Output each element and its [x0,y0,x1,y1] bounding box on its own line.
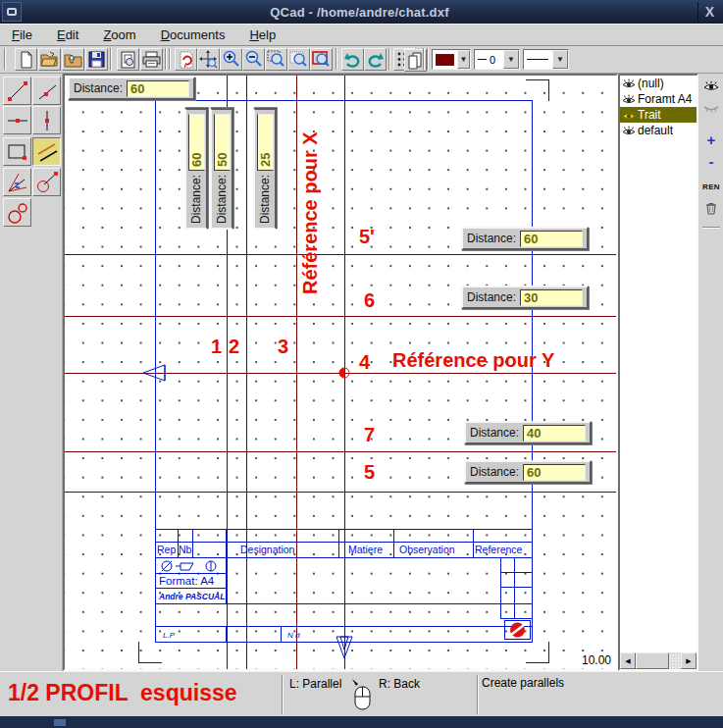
distance-input[interactable]: 60 [523,464,586,481]
tb-footer-mid: N d [287,631,300,640]
format-corner-mark-bl [138,642,162,663]
label-2: 2 [229,335,239,358]
scrollbar-thumb[interactable] [636,652,669,669]
redraw-button[interactable] [175,48,197,71]
distance-input[interactable]: 60 [127,80,189,97]
show-layer-button[interactable] [701,78,721,95]
tool-angle-bisector[interactable] [3,168,31,196]
label-5: 5 [364,460,375,484]
divider [702,227,720,229]
distance-input[interactable]: 40 [523,425,586,442]
drawing-canvas[interactable]: 1 2 3 4 5' 6 7 5 Référence pour Y Référe… [63,74,618,671]
eye-icon[interactable] [622,94,636,105]
draft-pages-icon [407,52,424,70]
resize-handle[interactable] [54,719,66,726]
distance-input[interactable]: 60 [188,114,205,171]
rectangle-icon [6,140,29,164]
distance-input[interactable]: 30 [520,289,583,306]
open-drawing-button[interactable] [62,48,84,71]
save-button[interactable] [85,48,108,71]
pen-width-combo[interactable]: 0 ▼ [474,49,520,70]
format-corner-mark-br [526,642,549,663]
menu-help[interactable]: Help [241,26,284,44]
pan-zoom-button[interactable] [197,48,220,71]
label-1: 1 [211,335,222,358]
layer-list-hscrollbar[interactable]: ◀ ▶ [620,652,697,669]
eye-closed-icon [703,102,719,114]
menu-documents[interactable]: Documents [153,26,233,44]
remove-layer-button[interactable]: - [701,152,721,170]
eye-icon[interactable] [622,78,636,89]
print-preview-button[interactable] [117,48,139,71]
tool-parallel[interactable] [32,137,61,166]
zoom-in-button[interactable] [220,48,242,71]
pen-color-combo[interactable]: ▼ [432,49,471,70]
zoom-auto-button[interactable] [287,48,310,71]
toolbar-separator [110,48,112,70]
zoom-out-button[interactable] [242,48,265,71]
tool-rectangle[interactable] [3,137,31,166]
layer-row-default[interactable]: default [620,123,697,138]
layer-row-trait-selected[interactable]: Trait [620,107,697,123]
chevron-down-icon[interactable]: ▼ [503,50,519,69]
scroll-right-button[interactable]: ▶ [681,652,697,669]
menu-edit[interactable]: Edit [49,26,86,44]
toolbar-separator [427,48,429,70]
distance-input[interactable]: 25 [257,114,274,171]
zoom-window-button[interactable] [265,48,287,71]
annotation-text: 1/2 PROFIL esquisse [8,680,237,706]
open-file-button[interactable] [38,48,61,71]
redo-icon [366,51,385,68]
system-menu-button[interactable] [2,2,22,22]
tb-header-reference: Reference [475,544,523,555]
layer-row-null[interactable]: (null) [620,76,697,91]
distance-widget-5prime: Distance: 60 [461,227,589,250]
print-button[interactable] [140,48,163,71]
tool-tangent[interactable] [32,168,61,196]
line-style-combo[interactable]: ▼ [523,49,569,70]
folder-up-icon [64,51,82,68]
menu-file[interactable]: File [4,26,40,44]
menu-bar: File Edit Zoom Documents Help [0,24,723,46]
tool-tangent-circles[interactable] [3,198,31,227]
add-layer-button[interactable]: + [701,130,721,148]
eye-icon[interactable] [622,110,636,121]
pan-arrows-icon [199,50,218,69]
distance-label: Distance: [470,426,519,440]
tb-footer-left: L.P [163,631,176,640]
distance-label: Distance: [470,465,519,479]
scrollbar-track[interactable] [669,652,681,669]
title-block: Rep Nb Designation Matiere Observation R… [155,529,533,643]
tool-line-vertical[interactable] [32,106,61,134]
distance-label: Distance: [467,290,516,304]
zoom-previous-button[interactable] [310,48,333,71]
rename-layer-button[interactable]: REN [701,178,721,195]
eye-icon[interactable] [622,126,636,136]
tool-line-horizontal[interactable] [3,106,31,134]
chevron-down-icon[interactable]: ▼ [457,50,470,69]
distance-widget-7: Distance: 40 [464,421,592,444]
hide-layer-button[interactable] [701,99,721,117]
printer-icon [142,51,161,68]
close-button[interactable]: X [697,2,721,22]
title-bar[interactable]: QCad - /home/andre/chat.dxf X [0,0,723,24]
distance-input[interactable]: 50 [214,114,231,171]
reference-y-label: Référence pour Y [392,348,554,372]
scroll-left-button[interactable]: ◀ [620,652,636,669]
label-5-prime: 5' [359,225,375,248]
delete-layer-button[interactable] [701,199,721,217]
chevron-down-icon[interactable]: ▼ [552,50,568,69]
pen-width-value: 0 [490,54,495,66]
tool-line-2-points[interactable] [3,77,31,105]
bisector-icon [6,171,29,194]
redo-button[interactable] [364,48,387,71]
tb-header-observation: Observation [399,544,455,555]
tool-line-angle[interactable] [32,77,61,105]
new-file-button[interactable] [15,48,37,71]
undo-button[interactable] [341,48,364,71]
distance-input[interactable]: 60 [520,231,583,247]
menu-zoom[interactable]: Zoom [95,26,143,44]
layer-name: Trait [638,108,661,122]
undo-icon [343,51,362,68]
layer-row-format-a4[interactable]: Foramt A4 [620,91,697,107]
